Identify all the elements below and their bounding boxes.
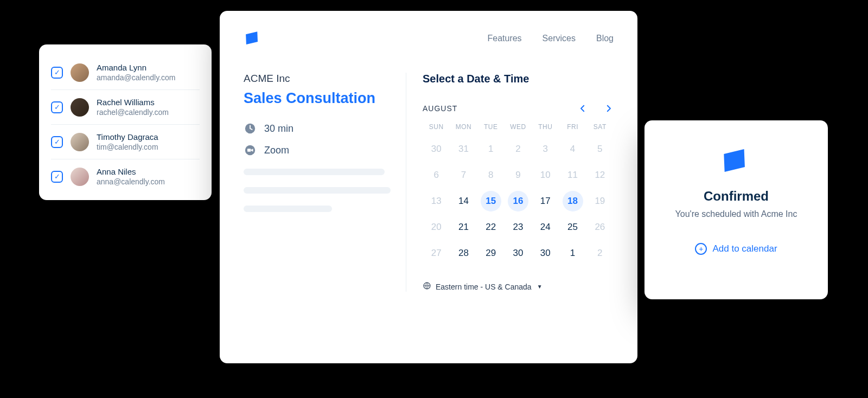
calendar-day[interactable]: 28 (450, 240, 477, 266)
next-month-button[interactable] (604, 104, 614, 113)
calendar-grid: SUNMONTUEWEDTHUFRISAT 303112345678910111… (423, 123, 614, 266)
dow-label: MON (450, 123, 477, 136)
event-title: Sales Consultation (244, 90, 391, 107)
placeholder-line (244, 206, 332, 212)
calendar-day: 1 (477, 136, 505, 162)
calendar-day: 20 (423, 214, 450, 240)
calendar-day: 9 (505, 162, 532, 188)
event-duration-row: 30 min (244, 122, 391, 135)
add-to-calendar-button[interactable]: + Add to calendar (695, 243, 777, 255)
clock-icon (244, 122, 257, 135)
attendees-card: ✓Amanda Lynnamanda@calendly.com✓Rachel W… (39, 44, 212, 200)
calendar-day[interactable]: 15 (477, 188, 505, 214)
checkbox-icon[interactable]: ✓ (51, 136, 63, 148)
calendar-day: 26 (586, 214, 614, 240)
calendar-day: 2 (505, 136, 532, 162)
calendar-panel: Select a Date & Time AUGUST SUNMONTUEWED… (423, 73, 614, 292)
calendar-day[interactable]: 29 (477, 240, 505, 266)
calendar-day: 3 (532, 136, 559, 162)
calendar-day: 6 (423, 162, 450, 188)
add-to-calendar-label: Add to calendar (712, 243, 777, 254)
nav-blog[interactable]: Blog (596, 34, 614, 43)
booking-card: Features Services Blog ACME Inc Sales Co… (220, 11, 637, 363)
calendar-day: 11 (559, 162, 586, 188)
calendar-day[interactable]: 30 (505, 240, 532, 266)
calendar-day: 10 (532, 162, 559, 188)
attendee-row[interactable]: ✓Anna Nilesanna@calendly.com (51, 159, 200, 194)
calendar-day: 13 (423, 188, 450, 214)
timezone-selector[interactable]: Eastern time - US & Canada ▼ (423, 281, 614, 292)
placeholder-line (244, 169, 385, 175)
event-location-row: Zoom (244, 144, 391, 157)
checkbox-icon[interactable]: ✓ (51, 67, 63, 79)
attendee-name: Rachel Williams (97, 98, 169, 107)
dow-label: WED (505, 123, 532, 136)
timezone-label: Eastern time - US & Canada (436, 283, 532, 291)
attendee-name: Anna Niles (97, 167, 165, 176)
avatar (71, 63, 89, 82)
placeholder-line (244, 187, 391, 194)
attendee-row[interactable]: ✓Timothy Dagracatim@calendly.com (51, 125, 200, 159)
calendar-day[interactable]: 14 (450, 188, 477, 214)
calendar-day: 2 (586, 240, 614, 266)
event-details: ACME Inc Sales Consultation 30 min Zoom (244, 73, 406, 292)
avatar (71, 133, 89, 151)
calendar-day: 8 (477, 162, 505, 188)
calendar-day[interactable]: 18 (559, 188, 586, 214)
caret-down-icon: ▼ (537, 284, 542, 290)
calendar-day: 12 (586, 162, 614, 188)
video-icon (244, 144, 257, 157)
attendee-row[interactable]: ✓Rachel Williamsrachel@calendly.com (51, 90, 200, 125)
nav-services[interactable]: Services (542, 34, 576, 43)
brand-logo-icon (720, 147, 752, 176)
brand-logo-icon (244, 30, 262, 47)
prev-month-button[interactable] (578, 104, 588, 113)
calendar-day[interactable]: 30 (532, 240, 559, 266)
calendar-day: 4 (559, 136, 586, 162)
dow-label: THU (532, 123, 559, 136)
attendee-email: tim@calendly.com (97, 143, 158, 151)
attendee-name: Timothy Dagraca (97, 132, 158, 142)
attendee-email: anna@calendly.com (97, 177, 165, 186)
globe-icon (423, 281, 431, 292)
checkbox-icon[interactable]: ✓ (51, 171, 63, 183)
calendar-day: 7 (450, 162, 477, 188)
calendar-day[interactable]: 23 (505, 214, 532, 240)
calendar-day[interactable]: 25 (559, 214, 586, 240)
calendar-day[interactable]: 22 (477, 214, 505, 240)
dow-label: FRI (559, 123, 586, 136)
calendar-day: 30 (423, 136, 450, 162)
attendee-email: rachel@calendly.com (97, 108, 169, 117)
confirmed-title: Confirmed (704, 189, 769, 204)
company-name: ACME Inc (244, 73, 391, 85)
calendar-day: 19 (586, 188, 614, 214)
event-duration: 30 min (264, 123, 293, 134)
calendar-day: 31 (450, 136, 477, 162)
calendar-day[interactable]: 24 (532, 214, 559, 240)
avatar (71, 168, 89, 186)
nav-features[interactable]: Features (487, 34, 521, 43)
plus-circle-icon: + (695, 243, 707, 255)
attendee-name: Amanda Lynn (97, 63, 175, 72)
calendar-day[interactable]: 17 (532, 188, 559, 214)
section-title: Select a Date & Time (423, 73, 614, 85)
dow-label: SUN (423, 123, 450, 136)
checkbox-icon[interactable]: ✓ (51, 101, 63, 113)
calendar-day[interactable]: 21 (450, 214, 477, 240)
attendee-row[interactable]: ✓Amanda Lynnamanda@calendly.com (51, 55, 200, 90)
attendee-email: amanda@calendly.com (97, 73, 175, 82)
event-location: Zoom (264, 145, 289, 156)
dow-label: SAT (586, 123, 614, 136)
booking-header: Features Services Blog (244, 30, 614, 47)
top-nav: Features Services Blog (487, 34, 614, 43)
dow-label: TUE (477, 123, 505, 136)
calendar-day: 5 (586, 136, 614, 162)
calendar-day[interactable]: 1 (559, 240, 586, 266)
calendar-month: AUGUST (423, 104, 457, 113)
calendar-day[interactable]: 16 (505, 188, 532, 214)
avatar (71, 98, 89, 117)
confirmed-subtitle: You're scheduled with Acme Inc (675, 209, 797, 219)
confirmation-card: Confirmed You're scheduled with Acme Inc… (644, 120, 828, 299)
svg-rect-2 (247, 149, 251, 152)
calendar-day: 27 (423, 240, 450, 266)
